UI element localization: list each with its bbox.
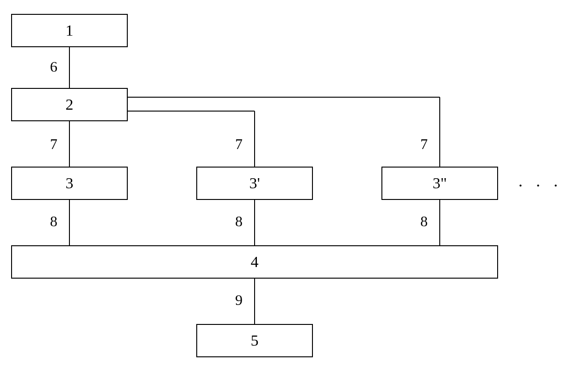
edge-label-8-left: 8	[50, 214, 57, 229]
edge-label-9: 9	[235, 292, 243, 307]
node-4-label: 4	[251, 253, 259, 271]
node-3: 3	[11, 167, 128, 200]
node-3-double-prime: 3"	[381, 167, 498, 200]
node-3-double-prime-label: 3"	[433, 174, 447, 192]
node-3-label: 3	[66, 174, 74, 192]
node-3-prime: 3'	[196, 167, 313, 200]
node-1-label: 1	[66, 22, 74, 39]
node-5-label: 5	[251, 332, 259, 349]
edge-label-6: 6	[50, 59, 57, 74]
node-4: 4	[11, 245, 498, 279]
edge-label-7-mid: 7	[235, 137, 243, 151]
diagram-stage: 1 2 3 3' 3" 4 5 6 7 7 7 8 8 8 9 · · ·	[0, 0, 574, 392]
node-2: 2	[11, 88, 128, 121]
edge-label-8-right: 8	[420, 214, 428, 229]
ellipsis-icon: · · ·	[518, 176, 562, 195]
node-1: 1	[11, 14, 128, 47]
node-5: 5	[196, 324, 313, 357]
node-3-prime-label: 3'	[249, 174, 260, 192]
edge-label-7-right: 7	[420, 137, 428, 151]
edge-label-7-left: 7	[50, 137, 57, 151]
node-2-label: 2	[66, 96, 74, 113]
edge-label-8-mid: 8	[235, 214, 243, 229]
